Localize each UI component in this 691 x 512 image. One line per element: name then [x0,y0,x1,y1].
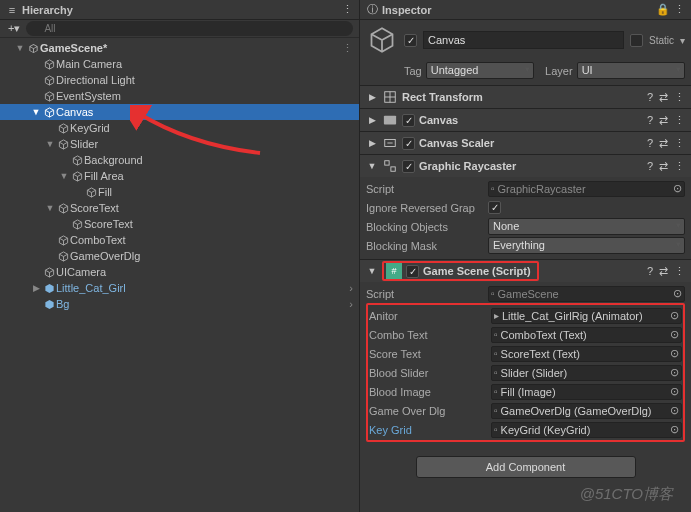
fold-icon[interactable]: ▼ [14,43,26,53]
object-field[interactable]: ▫GameOverDlg (GameOverDlg)⊙ [491,403,682,419]
tree-item-scoretext[interactable]: ScoreText [0,216,359,232]
tree-item-keygrid[interactable]: KeyGrid [0,120,359,136]
tree-item-event-system[interactable]: EventSystem [0,88,359,104]
tree-item-background[interactable]: Background [0,152,359,168]
more-icon[interactable]: ⋮ [674,114,685,127]
object-field[interactable]: ▫Fill (Image)⊙ [491,384,682,400]
tree-item-directional-light[interactable]: Directional Light [0,72,359,88]
tree-item-little-cat-girl[interactable]: ▶Little_Cat_Girl› [0,280,359,296]
context-icon[interactable]: ⋮ [342,42,353,55]
object-picker-icon[interactable]: ⊙ [670,309,679,322]
layer-dropdown[interactable]: UI [577,62,685,79]
tree-item-canvas[interactable]: ▼Canvas [0,104,359,120]
preset-icon[interactable]: ⇄ [659,114,668,127]
help-icon[interactable]: ? [647,114,653,127]
fold-icon[interactable]: ▼ [30,107,42,117]
help-icon[interactable]: ? [647,265,653,278]
item-label: Fill [98,186,112,198]
component-header[interactable]: ▶ Rect Transform ?⇄⋮ [360,86,691,108]
dropdown[interactable]: Everything [488,237,685,254]
tag-dropdown[interactable]: Untagged [426,62,534,79]
object-field[interactable]: ▫KeyGrid (KeyGrid)⊙ [491,422,682,438]
script-field: ▫GraphicRaycaster⊙ [488,181,685,197]
help-icon[interactable]: ? [647,160,653,173]
component-canvas: ▶ Canvas ?⇄⋮ [360,108,691,131]
more-icon[interactable]: ⋮ [674,91,685,104]
fold-icon[interactable]: ▼ [44,203,56,213]
object-name-input[interactable] [423,31,624,49]
fold-icon[interactable]: ▶ [30,283,42,293]
preset-icon[interactable]: ⇄ [659,91,668,104]
scene-row[interactable]: ▼ GameScene* ⋮ [0,40,359,56]
chevron-right-icon[interactable]: › [349,282,353,294]
gameobject-icon [56,123,70,134]
fold-icon[interactable]: ▼ [366,161,378,171]
component-header[interactable]: ▶ Canvas ?⇄⋮ [360,109,691,131]
preset-icon[interactable]: ⇄ [659,137,668,150]
chevron-right-icon[interactable]: › [349,298,353,310]
more-icon[interactable]: ⋮ [341,4,353,16]
object-picker-icon[interactable]: ⊙ [670,366,679,379]
lock-icon[interactable]: 🔒 [657,4,669,16]
tree-item-slider[interactable]: ▼Slider [0,136,359,152]
fold-icon[interactable]: ▶ [366,92,378,102]
help-icon[interactable]: ? [647,137,653,150]
fold-icon[interactable]: ▶ [366,115,378,125]
search-input[interactable] [26,21,353,36]
item-label: ComboText [70,234,126,246]
more-icon[interactable]: ⋮ [674,265,685,278]
fold-icon[interactable]: ▶ [366,138,378,148]
object-picker-icon[interactable]: ⊙ [670,328,679,341]
more-icon[interactable]: ⋮ [674,137,685,150]
object-picker-icon[interactable]: ⊙ [670,385,679,398]
active-checkbox[interactable] [404,34,417,47]
canvas-icon [382,112,398,128]
enable-checkbox[interactable] [402,137,415,150]
item-label: Background [84,154,143,166]
object-picker-icon[interactable]: ⊙ [673,182,682,195]
tree-item-scoretext-parent[interactable]: ▼ScoreText [0,200,359,216]
object-picker-icon[interactable]: ⊙ [670,347,679,360]
text-icon: ▫ [494,329,498,340]
static-checkbox[interactable] [630,34,643,47]
gameobject-icon [70,171,84,182]
prop-label: Combo Text [369,329,487,341]
object-picker-icon[interactable]: ⊙ [670,404,679,417]
tree-item-bg[interactable]: Bg› [0,296,359,312]
preset-icon[interactable]: ⇄ [659,160,668,173]
object-field[interactable]: ▫ScoreText (Text)⊙ [491,346,682,362]
component-header[interactable]: ▼ # Game Scene (Script) ?⇄⋮ [360,260,691,282]
tag-layer-row: Tag Untagged Layer UI [360,60,691,85]
chevron-down-icon[interactable]: ▾ [680,35,685,46]
dropdown[interactable]: None [488,218,685,235]
component-header[interactable]: ▼ Graphic Raycaster ?⇄⋮ [360,155,691,177]
component-header[interactable]: ▶ Canvas Scaler ?⇄⋮ [360,132,691,154]
object-field[interactable]: ▫Slider (Slider)⊙ [491,365,682,381]
enable-checkbox[interactable] [406,265,419,278]
fold-icon[interactable]: ▼ [366,266,378,276]
tree-item-uicamera[interactable]: UICamera [0,264,359,280]
enable-checkbox[interactable] [402,160,415,173]
object-picker-icon[interactable]: ⊙ [670,423,679,436]
help-icon[interactable]: ? [647,91,653,104]
more-icon[interactable]: ⋮ [674,160,685,173]
create-button[interactable]: +▾ [6,22,22,35]
add-component-button[interactable]: Add Component [416,456,636,478]
tree-item-gameoverdlg[interactable]: GameOverDlg [0,248,359,264]
checkbox[interactable] [488,201,501,214]
tree-item-fill[interactable]: Fill [0,184,359,200]
preset-icon[interactable]: ⇄ [659,265,668,278]
object-picker-icon[interactable]: ⊙ [673,287,682,300]
tree-item-fill-area[interactable]: ▼Fill Area [0,168,359,184]
tree-item-main-camera[interactable]: Main Camera [0,56,359,72]
object-field[interactable]: ▸Little_Cat_GirlRig (Animator)⊙ [491,308,682,324]
layer-label: Layer [545,65,573,77]
more-icon[interactable]: ⋮ [673,4,685,16]
object-field[interactable]: ▫ComboText (Text)⊙ [491,327,682,343]
fold-icon[interactable]: ▼ [44,139,56,149]
tree-item-combotext[interactable]: ComboText [0,232,359,248]
fold-icon[interactable]: ▼ [58,171,70,181]
item-label: UICamera [56,266,106,278]
item-label: Fill Area [84,170,124,182]
enable-checkbox[interactable] [402,114,415,127]
